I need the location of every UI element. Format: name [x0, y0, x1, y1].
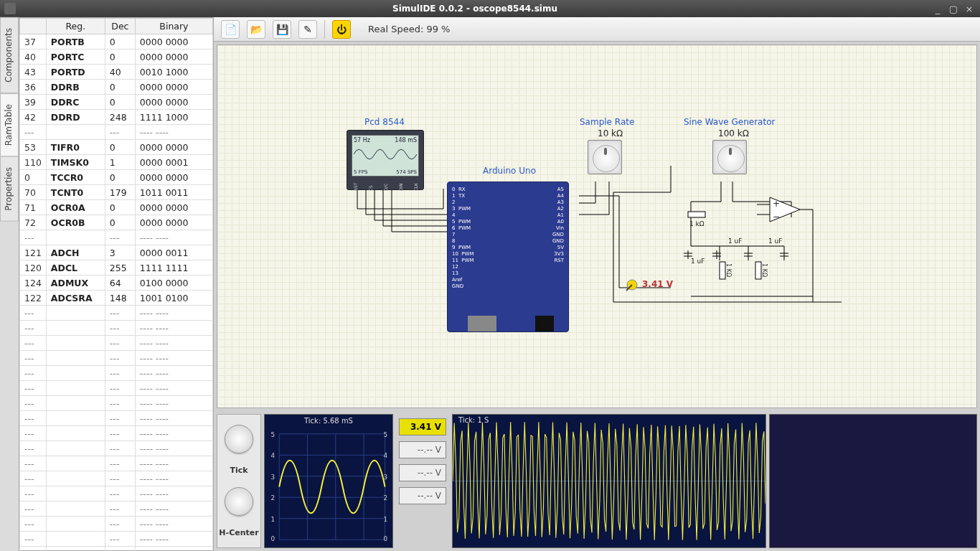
- knob-hcenter-label: H-Center: [219, 528, 258, 537]
- saveas-button[interactable]: ✎: [298, 20, 317, 39]
- table-row[interactable]: ---------- ----: [20, 125, 213, 140]
- table-row[interactable]: 121ADCH30000 0011: [20, 245, 213, 260]
- table-row[interactable]: 39DDRC00000 0000: [20, 95, 213, 110]
- lcd-pins: RST CS D/C DIN CLK: [347, 181, 423, 191]
- c2-label: 1 uF: [728, 237, 742, 245]
- table-row[interactable]: 36DDRB00000 0000: [20, 80, 213, 95]
- side-tab-components[interactable]: Components: [0, 17, 19, 93]
- table-row[interactable]: ---------- ----: [20, 351, 213, 366]
- table-row[interactable]: ---------- ----: [20, 532, 213, 547]
- table-row[interactable]: ---------- ----: [20, 306, 213, 321]
- save-button[interactable]: 💾: [273, 20, 291, 39]
- speed-label: Real Speed: 99 %: [368, 24, 450, 34]
- knob-tick[interactable]: [225, 425, 253, 453]
- svg-text:5: 5: [384, 431, 388, 438]
- table-row[interactable]: ---------- ----: [20, 441, 213, 456]
- table-row[interactable]: ---------- ----: [20, 411, 213, 426]
- app-icon: [4, 3, 16, 14]
- maximize-button[interactable]: ▢: [947, 3, 960, 14]
- table-row[interactable]: ---------- ----: [20, 501, 213, 517]
- table-row[interactable]: ---------- ----: [20, 426, 213, 441]
- knob-hcenter[interactable]: [225, 487, 253, 516]
- pot2-title: Sine Wave Generator: [684, 117, 775, 127]
- side-tab-ramtable[interactable]: RamTable: [0, 93, 19, 156]
- table-row[interactable]: ---------- ----: [20, 396, 213, 411]
- pot2-val: 100 kΩ: [718, 128, 749, 138]
- r2-label: 1 KΩ: [725, 263, 732, 277]
- arduino-title: Arduino Uno: [483, 166, 536, 176]
- svg-text:0: 0: [270, 535, 275, 542]
- new-button[interactable]: 📄: [221, 20, 240, 39]
- toolbar: 📄 📂 💾 ✎ ⏻ Real Speed: 99 %: [214, 17, 980, 42]
- table-row[interactable]: 71OCR0A00000 0000: [20, 200, 213, 215]
- titlebar: SimulIDE 0.0.2 - oscope8544.simu _ ▢ ×: [0, 0, 980, 17]
- side-tab-properties[interactable]: Properties: [0, 156, 19, 222]
- pot1-title: Sample Rate: [580, 117, 634, 127]
- power-button[interactable]: ⏻: [332, 20, 351, 39]
- table-row[interactable]: ---------- ----: [20, 321, 213, 336]
- schematic-canvas[interactable]: Pcd 8544 57 Hz 148 mS 5 FPS 574 SPS: [217, 44, 977, 408]
- table-row[interactable]: 0TCCR000000 0000: [20, 170, 213, 185]
- svg-text:2: 2: [270, 494, 275, 501]
- table-row[interactable]: ---------- ----: [20, 486, 213, 501]
- register-table[interactable]: Reg. Dec Binary 37PORTB00000 000040PORTC…: [19, 18, 213, 551]
- table-row[interactable]: 124ADMUX640100 0000: [20, 276, 213, 291]
- table-row[interactable]: 40PORTC00000 0000: [20, 50, 213, 65]
- scope-timeline[interactable]: Tick: 1 S: [452, 414, 766, 548]
- table-row[interactable]: ---------- ----: [20, 230, 213, 245]
- reg-col-bin[interactable]: Binary: [135, 19, 212, 34]
- lcd-module[interactable]: 57 Hz 148 mS 5 FPS 574 SPS RST CS D/C: [347, 130, 424, 190]
- table-row[interactable]: 72OCR0B00000 0000: [20, 215, 213, 230]
- table-row[interactable]: 70TCNT01791011 0011: [20, 185, 213, 200]
- probe-val: 3.41 V: [642, 279, 673, 289]
- opamp-plus: +: [773, 199, 780, 209]
- table-row[interactable]: ---------- ----: [20, 336, 213, 351]
- table-row[interactable]: 43PORTD400010 1000: [20, 65, 213, 80]
- scope-tick-label: Tick: 5.68 mS: [265, 415, 392, 427]
- svg-text:4: 4: [270, 452, 275, 459]
- close-button[interactable]: ×: [963, 3, 976, 14]
- arduino-board[interactable]: 0 RX1 TX23 PWM45 PWM6 PWM789 PWM10 PWM11…: [447, 182, 569, 332]
- reg-col-addr[interactable]: [20, 19, 47, 34]
- arduino-right-header: A5A4A3A2A1A0VinGNDGND5V3V3RST: [552, 187, 564, 264]
- readout-3[interactable]: --.-- V: [399, 464, 446, 481]
- table-row[interactable]: ---------- ----: [20, 471, 213, 486]
- table-row[interactable]: 110TIMSK010000 0001: [20, 155, 213, 170]
- readout-4[interactable]: --.-- V: [399, 487, 446, 504]
- table-row[interactable]: 120ADCL2551111 1111: [20, 260, 213, 276]
- readout-1[interactable]: 3.41 V: [399, 418, 446, 435]
- reg-col-dec[interactable]: Dec: [105, 19, 135, 34]
- window-title: SimulIDE 0.0.2 - oscope8544.simu: [22, 4, 928, 14]
- table-row[interactable]: 37PORTB00000 0000: [20, 34, 213, 50]
- svg-text:3: 3: [270, 474, 275, 481]
- scope-main[interactable]: Tick: 5.68 mS 55 44 33 22 11 00: [264, 414, 393, 548]
- table-row[interactable]: 42DDRD2481111 1000: [20, 110, 213, 125]
- side-tabs: Components RamTable Properties: [0, 17, 19, 551]
- probe-icon[interactable]: [625, 278, 639, 294]
- pot-sample-rate[interactable]: [588, 140, 622, 174]
- minimize-button[interactable]: _: [931, 3, 944, 14]
- open-button[interactable]: 📂: [247, 20, 265, 39]
- toolbar-sep: [324, 20, 325, 39]
- readout-2[interactable]: --.-- V: [399, 441, 446, 458]
- arduino-left-header: 0 RX1 TX23 PWM45 PWM6 PWM789 PWM10 PWM11…: [452, 187, 474, 290]
- table-row[interactable]: ---------- ----: [20, 517, 213, 532]
- opamp-minus: −: [773, 212, 780, 222]
- reg-col-name[interactable]: Reg.: [46, 19, 105, 34]
- svg-text:1: 1: [270, 516, 275, 523]
- lcd-title: Pcd 8544: [364, 117, 405, 127]
- scope-readouts: 3.41 V --.-- V --.-- V --.-- V: [396, 414, 449, 548]
- arduino-powerjack: [535, 316, 554, 331]
- table-row[interactable]: ---------- ----: [20, 547, 213, 552]
- table-row[interactable]: ---------- ----: [20, 381, 213, 396]
- table-row[interactable]: 122ADCSRA1481001 0100: [20, 291, 213, 306]
- c1-label: 1 uF: [691, 258, 705, 265]
- table-row[interactable]: 53TIFR000000 0000: [20, 140, 213, 155]
- c3-label: 1 uF: [768, 237, 782, 245]
- table-row[interactable]: ---------- ----: [20, 366, 213, 381]
- pot-wavegen[interactable]: [712, 140, 747, 174]
- table-row[interactable]: ---------- ----: [20, 456, 213, 471]
- bottom-dock: Tick H-Center Tick: 5.68 mS 55 44: [214, 411, 980, 551]
- arduino-usb: [468, 316, 496, 331]
- scope-aux[interactable]: [769, 414, 977, 548]
